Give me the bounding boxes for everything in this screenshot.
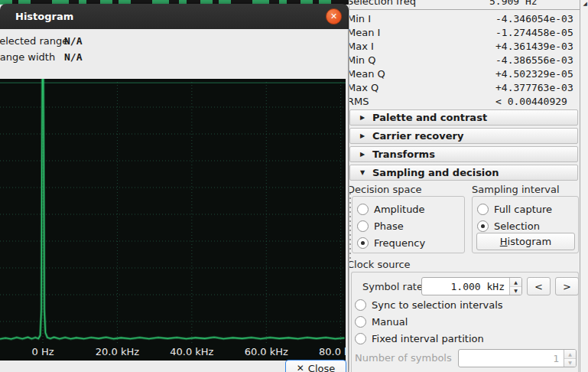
- radio-circle: [355, 316, 366, 328]
- spin-up-icon: ▲: [564, 350, 576, 358]
- range-width-row: Range width N/A: [0, 51, 55, 64]
- radio-sync-to-selection-intervals[interactable]: Sync to selection intervals: [355, 297, 503, 312]
- stat-label: Mean Q: [349, 68, 385, 80]
- decision-space-groupbox: Amplitude Phase Frequency: [352, 196, 465, 253]
- radio-phase[interactable]: Phase: [357, 218, 404, 233]
- selected-range-value: N/A: [64, 35, 82, 47]
- symbol-rate-spin-arrows: ▲ ▼: [509, 278, 521, 295]
- splitter-handle[interactable]: [349, 193, 351, 262]
- section-sampling-and-decision[interactable]: ▼ Sampling and decision: [349, 165, 578, 181]
- settings-panel: Selection freq 5.909 Hz Min I-4.346054e-…: [349, 0, 580, 372]
- scrollbar-track[interactable]: ◢: [580, 0, 588, 372]
- table-row: RMS< 0.00440929: [349, 95, 577, 109]
- radio-fixed-interval-partition[interactable]: Fixed interval partition: [355, 331, 484, 346]
- radio-circle: [477, 204, 489, 215]
- histogram-window-titlebar[interactable]: Histogram ✕: [0, 4, 349, 29]
- spin-up-icon[interactable]: ▲: [510, 278, 521, 286]
- stat-label: Max Q: [349, 82, 378, 93]
- table-row: Mean Q+4.502329e-05: [349, 67, 577, 81]
- table-row: Max Q+4.377763e-03: [349, 81, 577, 95]
- selected-range-label: Selected range: [0, 35, 68, 47]
- stat-label: Mean I: [349, 27, 380, 38]
- radio-manual[interactable]: Manual: [355, 314, 408, 329]
- selected-range-row: Selected range N/A: [0, 35, 68, 47]
- section-label: Palette and contrast: [372, 112, 487, 123]
- histogram-button[interactable]: Histogram: [476, 233, 575, 250]
- close-x-icon: ✕: [297, 363, 304, 372]
- section-label: Carrier recovery: [372, 130, 463, 142]
- symbol-rate-value: 1.000 kHz: [422, 281, 509, 292]
- radio-label: Fixed interval partition: [372, 333, 484, 344]
- radio-label: Phase: [374, 220, 404, 232]
- axis-tick-label: 0 Hz: [31, 346, 54, 357]
- spin-down-icon[interactable]: ▼: [510, 286, 521, 295]
- axis-tick-label: 40.0 kHz: [170, 346, 213, 357]
- triangle-right-icon: ▶: [360, 114, 368, 121]
- symbol-rate-next-button[interactable]: >: [555, 277, 579, 295]
- window-title: Histogram: [15, 11, 73, 22]
- radio-label: Full capture: [494, 204, 552, 215]
- stat-value: +4.361439e-03: [495, 41, 573, 52]
- clock-source-groupbox: Symbol rate 1.000 kHz ▲ ▼ < > Sync to se…: [351, 272, 579, 372]
- range-width-value: N/A: [64, 51, 82, 63]
- table-row: Mean I-1.274458e-05: [349, 26, 577, 40]
- histogram-curve-svg: [0, 79, 346, 344]
- number-of-symbols-spinbox[interactable]: 1 ▲ ▼: [458, 349, 577, 367]
- x-axis-labels: 0 Hz20.0 kHz40.0 kHz60.0 kHz80.0 kHz: [0, 344, 346, 361]
- radio-label: Amplitude: [374, 204, 425, 215]
- close-button-label: Close: [308, 363, 335, 372]
- stat-label: Min Q: [349, 54, 375, 66]
- stat-value: +4.502329e-05: [495, 68, 573, 80]
- triangle-right-icon: ▶: [360, 132, 368, 139]
- stat-value: -4.346054e-03: [495, 13, 573, 24]
- radio-circle: [357, 220, 369, 232]
- table-row: Min Q-4.386556e-03: [349, 54, 577, 67]
- radio-label: Sync to selection intervals: [372, 299, 503, 311]
- stat-value: -4.386556e-03: [495, 54, 573, 66]
- resize-grip-icon: ◢: [583, 1, 587, 7]
- symbol-rate-prev-button[interactable]: <: [527, 277, 551, 295]
- symbol-rate-label: Symbol rate: [362, 281, 423, 292]
- section-label: Transforms: [372, 148, 435, 160]
- histogram-plot[interactable]: 0 Hz20.0 kHz40.0 kHz60.0 kHz80.0 kHz: [0, 79, 346, 361]
- selection-freq-row: Selection freq 5.909 Hz: [349, 0, 580, 8]
- sampling-interval-groupbox: Full capture Selection Histogram: [472, 196, 579, 253]
- screen: Histogram ✕ Selected range N/A Range wid…: [0, 0, 588, 372]
- radio-selection[interactable]: Selection: [477, 218, 540, 233]
- radio-circle: [355, 333, 366, 344]
- stat-label: Min I: [349, 13, 371, 24]
- triangle-right-icon: ▶: [360, 151, 368, 158]
- radio-label: Selection: [494, 220, 540, 232]
- stats-table: Min I-4.346054e-03 Mean I-1.274458e-05 M…: [349, 12, 577, 109]
- panel-separator: [349, 9, 580, 10]
- sampling-interval-caption: Sampling interval: [472, 184, 560, 195]
- radio-full-capture[interactable]: Full capture: [477, 201, 552, 217]
- stat-label: Max I: [349, 41, 374, 52]
- radio-circle: [357, 237, 369, 249]
- axis-tick-label: 20.0 kHz: [96, 346, 139, 357]
- range-width-label: Range width: [0, 51, 55, 63]
- radio-circle: [477, 220, 489, 232]
- section-carrier-recovery[interactable]: ▶ Carrier recovery: [349, 128, 578, 144]
- section-label: Sampling and decision: [372, 167, 499, 178]
- stat-value: -1.274458e-05: [495, 27, 573, 38]
- stat-value: +4.377763e-03: [495, 82, 573, 93]
- radio-amplitude[interactable]: Amplitude: [357, 201, 425, 217]
- table-row: Min I-4.346054e-03: [349, 12, 577, 26]
- radio-circle: [355, 299, 366, 311]
- histogram-window-body: Selected range N/A Range width N/A 0 Hz2…: [0, 29, 349, 372]
- axis-tick-label: 60.0 kHz: [245, 346, 288, 357]
- histogram-window: Histogram ✕ Selected range N/A Range wid…: [0, 4, 349, 372]
- histogram-button-label: Histogram: [500, 236, 551, 247]
- section-transforms[interactable]: ▶ Transforms: [349, 146, 578, 162]
- triangle-down-icon: ▼: [360, 169, 368, 176]
- radio-frequency[interactable]: Frequency: [357, 235, 425, 250]
- selection-freq-label: Selection freq: [349, 0, 416, 7]
- close-button[interactable]: ✕ Close: [285, 360, 346, 372]
- stat-label: RMS: [349, 96, 369, 107]
- number-of-symbols-spin-arrows: ▲ ▼: [564, 350, 576, 367]
- section-palette-and-contrast[interactable]: ▶ Palette and contrast: [349, 109, 578, 126]
- window-close-button[interactable]: ✕: [326, 8, 342, 24]
- radio-label: Manual: [372, 316, 408, 328]
- symbol-rate-spinbox[interactable]: 1.000 kHz ▲ ▼: [421, 277, 522, 295]
